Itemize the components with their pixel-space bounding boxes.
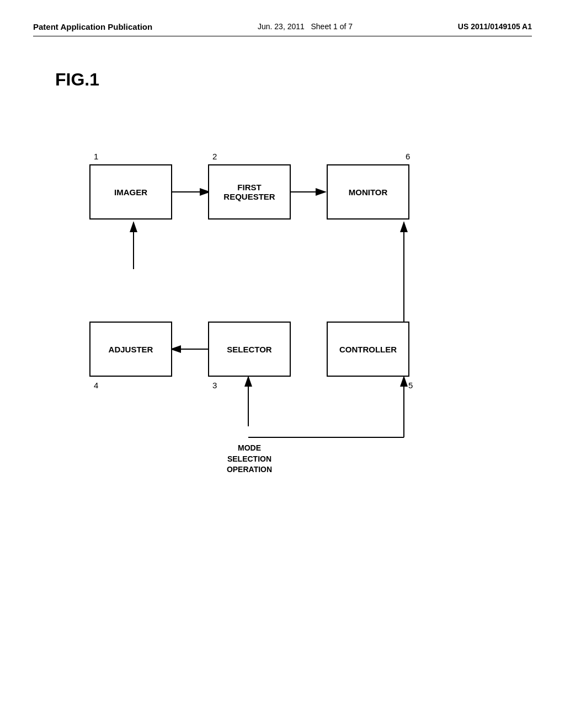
ref-first-requester: 2 [212,152,217,161]
ref-selector: 3 [212,381,217,390]
box-imager: IMAGER [89,164,172,220]
label-monitor: MONITOR [349,188,388,197]
figure-label: FIG.1 [55,69,532,90]
label-first-requester: FIRST REQUESTER [223,183,275,201]
header-right: US 2011/0149105 A1 [458,22,532,31]
label-controller: CONTROLLER [339,345,397,354]
box-monitor: MONITOR [327,164,409,220]
label-adjuster: ADJUSTER [109,345,153,354]
ref-adjuster: 4 [94,381,98,390]
box-first-requester: FIRST REQUESTER [208,164,291,220]
page: Patent Application Publication Jun. 23, … [0,0,565,728]
label-selector: SELECTOR [227,345,271,354]
ref-controller: 5 [408,381,413,390]
ref-monitor: 6 [406,152,410,161]
ref-imager: 1 [94,152,98,161]
header-left: Patent Application Publication [33,22,152,31]
mode-label: MODE SELECTION OPERATION [214,443,285,475]
box-selector: SELECTOR [208,322,291,377]
label-imager: IMAGER [114,188,147,197]
page-header: Patent Application Publication Jun. 23, … [33,22,532,36]
box-adjuster: ADJUSTER [89,322,172,377]
diagram: IMAGER 1 FIRST REQUESTER 2 MONITOR 6 ADJ… [73,112,492,531]
box-controller: CONTROLLER [327,322,409,377]
header-center: Jun. 23, 2011 Sheet 1 of 7 [258,22,353,31]
